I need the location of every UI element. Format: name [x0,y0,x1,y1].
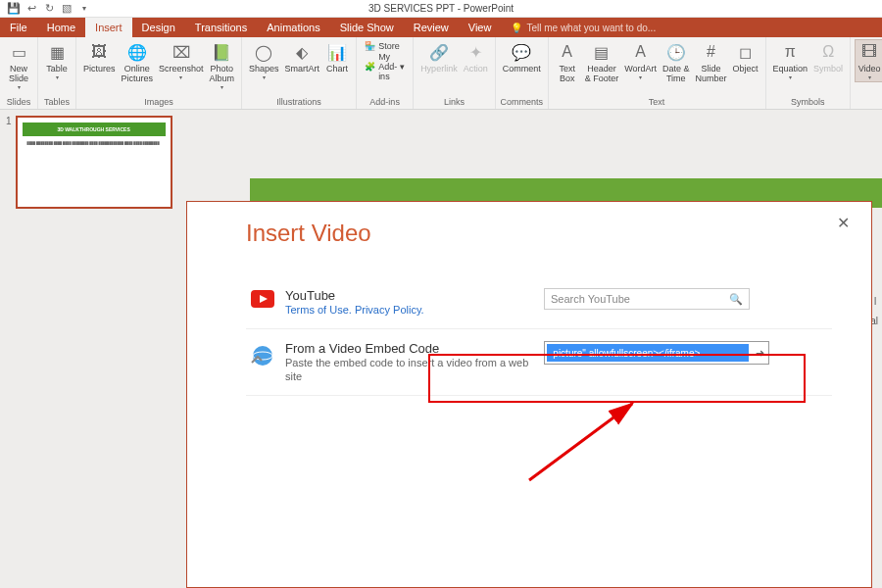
slide-number-button[interactable]: #Slide Number [693,39,730,85]
slide-thumbnails-pane: 1 3D WALKTHROUGH SERVICES ████ ████████ … [0,110,181,588]
tab-slideshow[interactable]: Slide Show [330,18,404,37]
text-box-button[interactable]: AText Box [553,39,582,85]
object-label: Object [733,64,759,74]
group-text: AText Box ▤Header & Footer AWordArt▾ 🕒Da… [549,37,766,109]
embed-row: From a Video Embed Code Paste the embed … [246,329,832,396]
group-illustrations: ◯Shapes▾ ⬖SmartArt 📊Chart Illustrations [242,37,357,109]
redo-icon[interactable]: ↻ [41,1,57,17]
equation-icon: π [779,41,801,63]
save-icon[interactable]: 💾 [6,1,22,17]
chevron-down-icon: ▾ [220,83,223,90]
qat-customize-icon[interactable]: ▾ [76,1,92,17]
object-button[interactable]: ◻Object [730,39,761,75]
embed-code-value: -picture" allowfullscreen></iframe> [547,344,749,362]
embed-desc: Paste the embed code to insert a video f… [285,356,544,383]
action-icon: ✦ [465,41,486,63]
start-slideshow-icon[interactable]: ▧ [59,1,74,17]
hyperlink-label: Hyperlink [420,64,458,74]
comment-icon: 💬 [511,41,532,63]
video-icon: 🎞 [858,41,880,63]
tab-file[interactable]: File [0,18,37,37]
youtube-row: YouTube Terms of Use. Privacy Policy. Se… [246,276,832,329]
tell-me-label: Tell me what you want to do... [526,23,656,33]
symbol-button[interactable]: ΩSymbol [810,39,846,75]
new-slide-button[interactable]: ▭New Slide▾ [4,39,33,92]
embed-code-input[interactable]: -picture" allowfullscreen></iframe> ➜ [544,341,769,365]
header-footer-label: Header & Footer [585,64,619,83]
youtube-title: YouTube [285,288,544,303]
thumbnail-number: 1 [6,116,12,209]
hyperlink-button[interactable]: 🔗Hyperlink [417,39,461,75]
chevron-down-icon: ▾ [263,74,266,80]
pictures-icon: 🖼 [88,41,110,63]
addins-icon: 🧩 [365,62,375,72]
photo-album-icon: 📗 [211,41,232,63]
thumbnail-body: ████ ████████ ████ ████ ████████ ████ ██… [18,141,171,145]
group-media-label: Media [855,97,882,109]
group-addins-label: Add-ins [361,97,409,109]
privacy-link[interactable]: Privacy Policy. [355,304,424,316]
group-images-label: Images [80,97,237,109]
store-button[interactable]: 🏪Store [365,41,405,51]
window-title: 3D SERVICES PPT - PowerPoint [368,3,514,14]
tab-design[interactable]: Design [132,18,185,37]
undo-icon[interactable]: ↩ [24,1,39,17]
tell-me[interactable]: 💡 Tell me what you want to do... [511,18,656,37]
group-images: 🖼Pictures 🌐Online Pictures ⌧Screenshot▾ … [76,37,242,109]
text-box-icon: A [557,41,578,63]
smartart-button[interactable]: ⬖SmartArt [282,39,323,75]
smartart-icon: ⬖ [291,41,313,63]
chart-button[interactable]: 📊Chart [322,39,352,75]
equation-label: Equation [773,64,808,74]
photo-album-button[interactable]: 📗Photo Album▾ [207,39,238,92]
symbol-label: Symbol [813,64,843,74]
embed-submit-button[interactable]: ➜ [751,347,768,360]
video-button[interactable]: 🎞Video▾ [855,39,882,82]
group-links: 🔗Hyperlink ✦Action Links [414,37,496,109]
group-symbols-label: Symbols [770,97,847,109]
screenshot-button[interactable]: ⌧Screenshot▾ [156,39,207,82]
chart-icon: 📊 [326,41,348,63]
tab-view[interactable]: View [459,18,502,37]
tab-home[interactable]: Home [37,18,85,37]
tab-animations[interactable]: Animations [257,18,329,37]
table-button[interactable]: ▦Table▾ [42,39,72,82]
pictures-button[interactable]: 🖼Pictures [80,39,119,75]
object-icon: ◻ [735,41,757,63]
action-button[interactable]: ✦Action [461,39,491,75]
group-links-label: Links [417,97,491,109]
online-pictures-button[interactable]: 🌐Online Pictures [119,39,157,85]
shapes-label: Shapes [249,64,279,74]
header-footer-icon: ▤ [591,41,612,63]
close-button[interactable]: ✕ [837,214,850,232]
screenshot-icon: ⌧ [171,41,192,63]
tab-transitions[interactable]: Transitions [185,18,257,37]
new-slide-label: New Slide [9,64,28,83]
tab-insert[interactable]: Insert [85,18,132,37]
pictures-label: Pictures [83,64,116,74]
video-label: Video [858,64,881,74]
date-time-button[interactable]: 🕒Date & Time [660,39,693,85]
equation-button[interactable]: πEquation▾ [770,39,811,82]
slide-number-icon: # [701,41,722,63]
shapes-button[interactable]: ◯Shapes▾ [246,39,282,82]
wordart-button[interactable]: AWordArt▾ [621,39,660,82]
header-footer-button[interactable]: ▤Header & Footer [582,39,622,85]
group-tables-label: Tables [42,97,72,109]
my-addins-label: My Add-ins [378,52,397,81]
chevron-down-icon: ▾ [179,74,182,80]
comment-button[interactable]: 💬Comment [500,39,544,75]
tab-review[interactable]: Review [404,18,459,37]
embed-icon [246,341,279,368]
wordart-icon: A [630,41,652,63]
quick-access-toolbar: 💾 ↩ ↻ ▧ ▾ 3D SERVICES PPT - PowerPoint [0,0,882,18]
my-addins-button[interactable]: 🧩My Add-ins ▾ [365,52,405,81]
thumbnail-title: 3D WALKTHROUGH SERVICES [23,122,166,136]
youtube-search-input[interactable]: Search YouTube 🔍 [544,288,750,310]
menu-bar: File Home Insert Design Transitions Anim… [0,18,882,37]
wordart-label: WordArt [624,64,657,74]
terms-link[interactable]: Terms of Use. [285,304,352,316]
chevron-down-icon: ▾ [868,74,871,80]
slide-thumbnail-1[interactable]: 3D WALKTHROUGH SERVICES ████ ████████ ██… [16,116,172,209]
youtube-search-placeholder: Search YouTube [551,293,630,305]
